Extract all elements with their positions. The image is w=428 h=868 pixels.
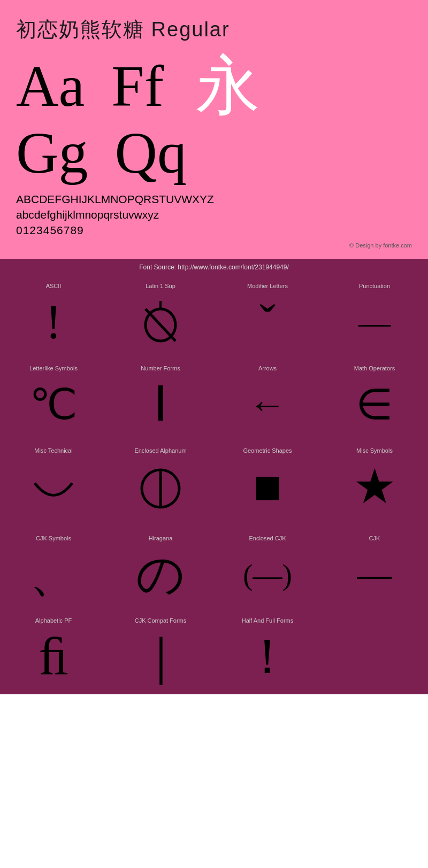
symbol-cjksymbols: 、 — [29, 548, 78, 601]
label-hiragana: Hiragana — [149, 535, 173, 541]
font-preview-header: 初恋奶熊软糖 Regular Aa Ff 永 Gg Qq ABCDEFGHIJK… — [0, 0, 428, 259]
char-aa: Aa — [16, 57, 85, 115]
glyph-letterlike: Letterlike Symbols ℃ — [0, 360, 107, 442]
glyph-geoshapes: Geometric Shapes ■ — [214, 442, 321, 530]
symbol-cjk: — — [357, 548, 392, 601]
copyright: © Design by fontke.com — [16, 242, 412, 249]
char-ff: Ff — [111, 57, 164, 115]
glyph-hiragana: Hiragana の — [107, 530, 214, 612]
label-alphabeticpf: Alphabetic PF — [35, 617, 72, 624]
glyph-ascii: ASCII ! — [0, 277, 107, 360]
symbol-ascii: ! — [45, 296, 62, 349]
font-title: 初恋奶熊软糖 Regular — [16, 16, 412, 43]
big-chars-row2: Gg Qq — [16, 123, 412, 182]
glyph-numforms: Number Forms Ⅰ — [107, 360, 214, 442]
label-enclosedcjk: Enclosed CJK — [249, 535, 286, 541]
label-punctuation: Punctuation — [359, 283, 390, 289]
label-mathops: Math Operators — [354, 365, 395, 371]
symbol-letterlike: ℃ — [29, 378, 78, 431]
glyph-empty — [321, 612, 428, 694]
label-ascii: ASCII — [46, 283, 62, 289]
glyph-enclosedalphan: Enclosed Alphanum — [107, 442, 214, 530]
alphabet-lower: abcdefghijklmnopqrstuvwxyz — [16, 208, 412, 221]
symbol-modifier: ˇ — [259, 296, 276, 349]
font-source: Font Source: http://www.fontke.com/font/… — [0, 259, 428, 277]
glyph-miscsymbols: Misc Symbols ★ — [321, 442, 428, 530]
label-enclosedalphan: Enclosed Alphanum — [134, 447, 186, 454]
char-gg: Gg — [16, 123, 88, 182]
glyph-arrows: Arrows ← — [214, 360, 321, 442]
glyph-cjkcompat: CJK Compat Forms ｜ — [107, 612, 214, 694]
big-chars-row1: Aa Ff 永 — [16, 54, 412, 118]
char-qq: Qq — [114, 123, 186, 182]
char-cjk1: 永 — [196, 54, 260, 118]
digits: 0123456789 — [16, 224, 412, 237]
label-misctechnical: Misc Technical — [34, 447, 72, 454]
glyph-punctuation: Punctuation — — [321, 277, 428, 360]
glyph-catalog: Font Source: http://www.fontke.com/font/… — [0, 259, 428, 694]
symbol-hiragana: の — [136, 548, 185, 601]
symbol-cjkcompat: ｜ — [137, 630, 184, 684]
label-cjk: CJK — [369, 535, 380, 541]
glyph-halfandfull: Half And Full Forms ！ — [214, 612, 321, 694]
label-halfandfull: Half And Full Forms — [242, 617, 294, 624]
glyph-cjksymbols: CJK Symbols 、 — [0, 530, 107, 612]
glyph-cjk: CJK — — [321, 530, 428, 612]
symbol-halfandfull: ！ — [243, 630, 292, 684]
label-latin1sup: Latin 1 Sup — [146, 283, 175, 289]
label-miscsymbols: Misc Symbols — [356, 447, 393, 454]
symbol-numforms: Ⅰ — [154, 378, 168, 431]
label-numforms: Number Forms — [141, 365, 180, 371]
symbol-latin1sup — [139, 296, 182, 349]
label-cjksymbols: CJK Symbols — [36, 535, 71, 541]
label-letterlike: Letterlike Symbols — [29, 365, 78, 371]
glyph-alphabeticpf: Alphabetic PF ﬁ — [0, 612, 107, 694]
label-modifier: Modifier Letters — [247, 283, 288, 289]
symbol-arrows: ← — [249, 378, 286, 431]
glyph-mathops: Math Operators ∈ — [321, 360, 428, 442]
alphabet-upper: ABCDEFGHIJKLMNOPQRSTUVWXYZ — [16, 193, 412, 206]
symbol-geoshapes: ■ — [253, 460, 282, 514]
symbol-punctuation: — — [358, 296, 391, 349]
label-arrows: Arrows — [258, 365, 277, 371]
glyph-row-3: Misc Technical Enclosed Alphanum Geometr… — [0, 442, 428, 530]
glyph-enclosedcjk: Enclosed CJK (—) — [214, 530, 321, 612]
symbol-alphabeticpf: ﬁ — [39, 630, 68, 684]
glyph-latin1sup: Latin 1 Sup — [107, 277, 214, 360]
label-geoshapes: Geometric Shapes — [243, 447, 292, 454]
symbol-enclosedalphan — [138, 460, 184, 514]
glyph-row-5: Alphabetic PF ﬁ CJK Compat Forms ｜ Half … — [0, 612, 428, 694]
glyph-row-1: ASCII ! Latin 1 Sup Modifier Letters ˇ P… — [0, 277, 428, 360]
glyph-row-4: CJK Symbols 、 Hiragana の Enclosed CJK (—… — [0, 530, 428, 612]
symbol-miscsymbols: ★ — [353, 460, 396, 514]
glyph-misctechnical: Misc Technical — [0, 442, 107, 530]
symbol-misctechnical — [29, 466, 78, 519]
symbol-mathops: ∈ — [356, 378, 393, 431]
symbol-enclosedcjk: (—) — [243, 548, 292, 601]
glyph-row-2: Letterlike Symbols ℃ Number Forms Ⅰ Arro… — [0, 360, 428, 442]
glyph-modifier: Modifier Letters ˇ — [214, 277, 321, 360]
label-cjkcompat: CJK Compat Forms — [135, 617, 187, 624]
